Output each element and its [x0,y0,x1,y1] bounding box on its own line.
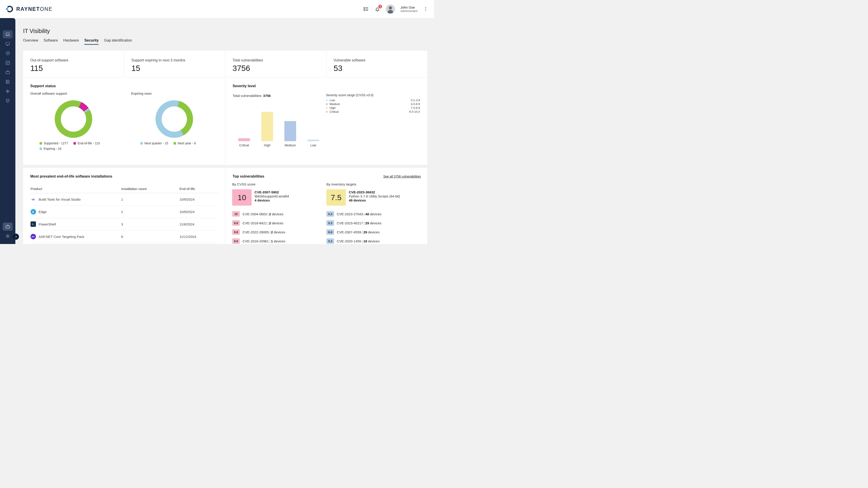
tab-software[interactable]: Software [43,38,58,45]
user-name: John Doe [400,5,418,9]
bar-low: Low [307,112,319,141]
task-list-button[interactable] [363,6,369,12]
cve-devices: 49 devices [349,198,400,202]
vulnerability-row[interactable]: 5.3 CVE-2023-40217|29 devices [327,219,421,228]
legend-title: Severity score range (CVSS v3.0) [326,93,420,97]
severity-bar-chart: Critical High Medium Low [238,112,319,141]
legend-item-next-quarter: Next quarter - 15 [141,141,168,145]
vulnerability-row[interactable]: 6.8 CVE-2007-4559|29 devices [327,228,421,236]
kpi-label: Vulnerable software [334,58,427,62]
kpi-total-vulnerabilities: Total vulnerabilities 3756 [225,51,326,77]
dotnet-icon [31,234,36,239]
app-logo[interactable]: RAYNETONE [0,5,53,13]
vulnerability-row[interactable]: 9.8 CVE-2022-28005|2 devices [232,228,327,236]
bar-high: High [261,112,273,141]
column-label: By inventory targets [327,182,421,186]
cvss-score-chip: 5.3 [327,238,334,244]
sidebar-item-data[interactable] [0,77,16,87]
sidebar-item-integrations[interactable] [0,87,16,96]
more-menu-button[interactable] [423,6,428,11]
cvss-score-box: 7.5 [327,189,346,205]
briefcase-icon [5,70,10,75]
laptop-icon [5,32,10,37]
sidebar-item-security[interactable] [0,96,16,105]
by-cvss-column: By CVSS score 10 CVE-2007-5902 libkrb5su… [232,182,327,244]
cvss-score-chip: 5.3 [327,220,334,226]
sidebar-item-devices[interactable] [0,39,16,48]
table-header: Product Installation count End-of-life [31,185,218,193]
sidebar-item-it-visibility[interactable] [0,30,16,39]
kpi-value: 15 [131,64,225,73]
cvss-score-chip: 10 [232,211,240,217]
top-vulnerabilities-panel: Top vulnerabilities See all 3756 vulnera… [225,168,427,244]
bar-medium: Medium [284,112,296,141]
tab-overview[interactable]: Overview [23,38,38,45]
cve-target: Python 3.7.8 Utility Scripts (64-bit) [349,194,400,198]
severity-panel: Severity level Total vulnerabilities: 37… [225,77,427,165]
chart-legend: Supported - 1277 End-of-life - 115 Expir… [39,141,107,151]
sidebar-item-portfolio[interactable] [0,68,16,77]
table-row[interactable]: ASP.NET Core Targeting Pack 6 11/12/2024 [31,230,218,243]
table-row[interactable]: PowerShell 3 11/8/2024 [31,218,218,230]
notification-badge: 3 [378,4,382,9]
tab-gap-identification[interactable]: Gap identification [104,38,132,45]
support-status-panel: Support status Overall software support … [23,77,225,165]
table-row[interactable]: Build Tools for Visual Studio 1 10/9/202… [31,193,218,205]
kpi-label: Total vulnerabilities [232,58,326,62]
edge-icon [31,209,36,215]
kpi-label: Support expiring in next 3 months [131,58,225,62]
cve-devices: 4 devices [254,198,289,202]
sidebar-expand-button[interactable] [13,234,19,240]
legend-item-end-of-life: End-of-life - 115 [73,141,100,145]
eol-table: Product Installation count End-of-life B… [31,185,218,244]
tab-bar: Overview Software Hardware Security Gap … [23,38,427,45]
gear-icon [5,234,10,238]
featured-vulnerability[interactable]: 10 CVE-2007-5902 libkrb5support0:amd64 4… [232,189,327,205]
table-row[interactable]: Edge 2 10/9/2024 [31,205,218,218]
eol-installations-panel: Most prevalent end-of-life software inst… [23,168,225,244]
overall-support-donut-chart [55,100,92,138]
vulnerability-row[interactable]: 5.3 CVE-2020-1455|18 devices [327,236,421,244]
kpi-out-of-support: Out-of-support software 115 [23,51,124,77]
kpi-strip: Out-of-support software 115 Support expi… [23,51,427,77]
tab-hardware[interactable]: Hardware [63,38,79,45]
kpi-value: 115 [30,64,124,73]
table-row[interactable]: .NET Toolset 2 11/12/2024 [31,243,218,244]
raynet-logo-icon [5,5,13,13]
database-icon [5,79,10,84]
sidebar-item-reports[interactable] [0,58,16,68]
kpi-value: 53 [334,64,427,73]
monitor-icon [5,41,10,46]
chart-legend: Next quarter - 15 Next year - 9 [141,141,208,145]
legend-row-critical: Critical 9.0-10.0 [326,110,420,113]
user-menu[interactable]: John Doe Administrator [400,5,418,13]
vulnerability-row[interactable]: 9.8 CVE-2018-20961|1 devices [232,236,327,244]
medium-dot-icon [326,103,328,105]
col-installation-count: Installation count [121,187,180,191]
col-product: Product [31,187,121,191]
brand-name-primary: RAYNET [16,6,40,12]
vulnerability-row[interactable]: 10 CVE-2004-0603|2 devices [232,209,327,219]
sidebar-item-product[interactable] [0,48,16,58]
legend-row-low: Low 0.1-3.9 [326,98,420,102]
vulnerability-row[interactable]: 5.3 CVE-2023-27043|48 devices [327,209,421,219]
sidebar [0,18,16,244]
kpi-support-expiring: Support expiring in next 3 months 15 [124,51,225,77]
see-all-vulnerabilities-link[interactable]: See all 3756 vulnerabilities [383,175,421,178]
kpi-label: Out-of-support software [30,58,124,62]
notifications-button[interactable]: 3 [374,6,380,12]
cvss-score-box: 10 [232,189,252,205]
avatar-image [386,4,395,13]
vulnerability-row[interactable]: 9.8 CVE-2018-8421|2 devices [232,219,327,228]
tab-security[interactable]: Security [84,38,98,45]
by-inventory-targets-column: By inventory targets 7.5 CVE-2023-36632 … [327,182,421,244]
sidebar-item-services[interactable] [0,222,16,231]
legend-item-next-year: Next year - 9 [174,141,196,145]
cve-id: CVE-2007-5902 [254,190,289,194]
cvss-score-chip: 9.8 [232,229,240,235]
kpi-vulnerable-software: Vulnerable software 53 [326,51,427,77]
chart-title: Expiring soon [124,88,225,95]
avatar[interactable] [386,4,395,13]
shield-icon [5,98,10,103]
featured-vulnerability[interactable]: 7.5 CVE-2023-36632 Python 3.7.8 Utility … [327,189,421,205]
